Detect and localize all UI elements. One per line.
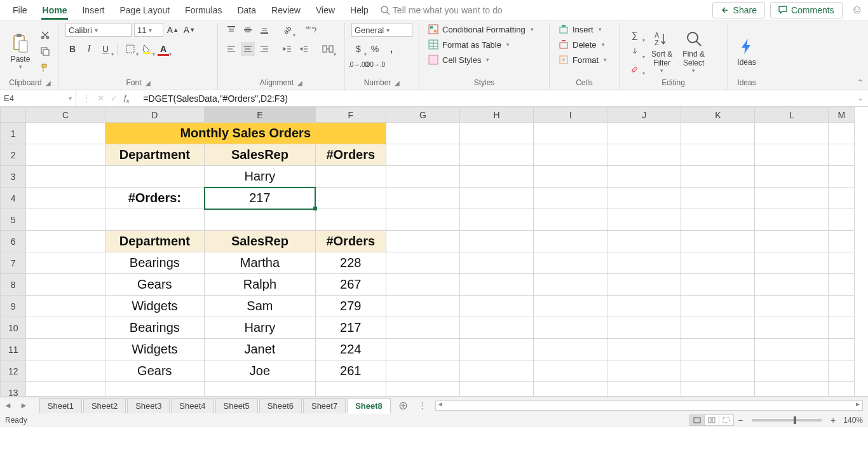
cell[interactable]: Janet (205, 339, 316, 360)
cell[interactable]: Monthly Sales Orders (105, 123, 386, 144)
cell[interactable]: Department (105, 231, 205, 252)
col-header[interactable]: L (755, 107, 829, 123)
decrease-indent-button[interactable] (280, 42, 294, 56)
comments-button[interactable]: Comments (770, 2, 843, 18)
name-box[interactable]: E4▾ (0, 90, 76, 106)
menu-file[interactable]: File (5, 1, 35, 19)
decrease-decimal-button[interactable]: .00→.0 (368, 57, 382, 71)
tab-nav-next[interactable]: ► (16, 401, 32, 410)
enter-formula-icon[interactable]: ✓ (111, 93, 118, 103)
sheet-tab[interactable]: Sheet3 (127, 398, 170, 413)
cell[interactable]: Bearings (105, 317, 205, 339)
cell[interactable]: Widgets (105, 296, 205, 317)
expand-formula-bar[interactable]: ⌄ (853, 95, 868, 102)
clipboard-launcher[interactable]: ◢ (46, 79, 51, 86)
horizontal-scrollbar[interactable] (435, 401, 863, 411)
col-header[interactable]: C (26, 107, 105, 123)
menu-page-layout[interactable]: Page Layout (112, 1, 177, 19)
col-header[interactable]: F (315, 107, 386, 123)
alignment-launcher[interactable]: ◢ (297, 79, 302, 86)
cell[interactable]: Ralph (205, 274, 316, 296)
cell[interactable]: Joe (205, 360, 316, 382)
italic-button[interactable]: I (82, 42, 96, 56)
zoom-slider[interactable] (752, 419, 822, 421)
align-top-button[interactable] (224, 23, 238, 37)
row-header[interactable]: 6 (1, 231, 26, 252)
clear-button[interactable] (626, 61, 644, 75)
format-as-table-button[interactable]: Format as Table▾ (426, 38, 512, 51)
format-painter-button[interactable] (38, 61, 52, 75)
cell[interactable]: SalesRep (205, 144, 316, 166)
menu-data[interactable]: Data (229, 1, 264, 19)
insert-cells-button[interactable]: Insert▾ (556, 23, 604, 36)
tab-nav-prev[interactable]: ◄ (0, 401, 16, 410)
cell[interactable]: Department (105, 144, 205, 166)
add-sheet-button[interactable]: ⊕ (392, 399, 414, 413)
cell[interactable]: 228 (315, 252, 386, 274)
font-size-combo[interactable]: 11▾ (134, 23, 163, 37)
zoom-level[interactable]: 140% (843, 416, 863, 425)
paste-button[interactable]: Paste ▾ (5, 32, 36, 71)
col-header[interactable]: E (205, 107, 316, 123)
select-all-corner[interactable] (1, 107, 26, 123)
copy-button[interactable] (38, 45, 52, 58)
row-header[interactable]: 11 (1, 339, 26, 360)
formula-input[interactable]: =DGET(SalesData,"#Orders",D2:F3) (139, 93, 853, 104)
cancel-formula-icon[interactable]: ✕ (97, 93, 104, 103)
sheet-tab-active[interactable]: Sheet8 (347, 398, 391, 414)
cell[interactable]: Sam (205, 296, 316, 317)
col-header[interactable]: H (459, 107, 533, 123)
fx-icon[interactable]: fx (124, 93, 129, 104)
sort-filter-button[interactable]: AZ Sort & Filter▾ (646, 27, 677, 74)
percent-format-button[interactable]: % (368, 42, 382, 56)
underline-button[interactable]: U (98, 42, 112, 56)
number-format-combo[interactable]: General▾ (351, 23, 412, 37)
view-normal-button[interactable] (689, 414, 705, 426)
menu-insert[interactable]: Insert (74, 1, 112, 19)
menu-review[interactable]: Review (264, 1, 308, 19)
align-right-button[interactable] (257, 42, 271, 56)
delete-cells-button[interactable]: Delete▾ (556, 38, 607, 51)
sheet-tab[interactable]: Sheet5 (215, 398, 258, 413)
decrease-font-button[interactable]: A▼ (182, 23, 196, 37)
number-launcher[interactable]: ◢ (395, 79, 400, 86)
cell[interactable]: Harry (205, 317, 316, 339)
col-header[interactable]: J (607, 107, 681, 123)
fill-color-button[interactable] (140, 42, 154, 56)
zoom-out-button[interactable]: − (734, 415, 747, 425)
fill-button[interactable] (626, 45, 644, 58)
align-center-button[interactable] (241, 42, 255, 56)
menu-view[interactable]: View (308, 1, 342, 19)
merge-button[interactable] (321, 42, 335, 56)
align-left-button[interactable] (224, 42, 238, 56)
orientation-button[interactable]: ab (280, 23, 294, 37)
cell[interactable]: Gears (105, 360, 205, 382)
row-header[interactable]: 8 (1, 274, 26, 296)
format-cells-button[interactable]: Format▾ (556, 53, 609, 66)
menu-home[interactable]: Home (35, 1, 75, 19)
share-button[interactable]: Share (712, 2, 765, 18)
row-header[interactable]: 12 (1, 360, 26, 382)
tellme-input[interactable]: Tell me what you want to do (393, 5, 503, 15)
cell[interactable]: #Orders (315, 231, 386, 252)
font-color-button[interactable]: A (156, 42, 170, 56)
accounting-format-button[interactable]: $ (351, 42, 365, 56)
cell[interactable]: Martha (205, 252, 316, 274)
conditional-formatting-button[interactable]: Conditional Formatting▾ (426, 23, 536, 36)
sheet-tab[interactable]: Sheet4 (171, 398, 214, 413)
sheet-tab[interactable]: Sheet2 (83, 398, 126, 413)
cell[interactable]: Widgets (105, 339, 205, 360)
increase-font-button[interactable]: A▲ (166, 23, 180, 37)
font-name-combo[interactable]: Calibri▾ (65, 23, 132, 37)
column-headers[interactable]: C D E F G H I J K L M (1, 107, 855, 123)
increase-indent-button[interactable] (297, 42, 311, 56)
menu-help[interactable]: Help (342, 1, 376, 19)
cell[interactable]: 279 (315, 296, 386, 317)
row-header[interactable]: 7 (1, 252, 26, 274)
increase-decimal-button[interactable]: .0→.00 (351, 57, 365, 71)
cut-button[interactable] (38, 28, 52, 42)
wrap-text-button[interactable]: ab (304, 23, 318, 37)
cell[interactable]: #Orders: (105, 188, 205, 209)
find-select-button[interactable]: Find & Select▾ (677, 27, 710, 74)
ideas-button[interactable]: Ideas (731, 35, 762, 68)
